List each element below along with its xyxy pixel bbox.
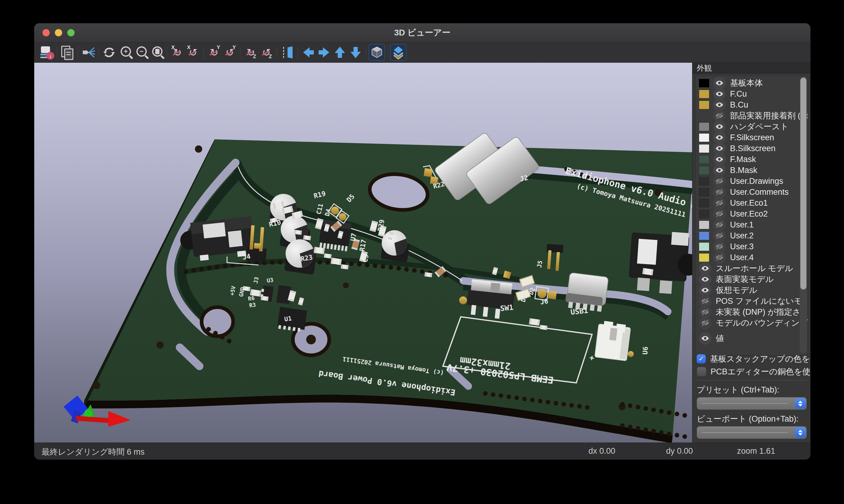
visibility-eye-icon[interactable] [713,251,726,264]
layer-color-swatch[interactable] [699,166,709,175]
layer-color-swatch[interactable] [699,188,709,197]
layer-row[interactable]: User.4 [696,252,798,263]
layer-row[interactable]: User.Comments [696,186,798,197]
render-time: 最終レンダリング時間 6 ms [41,447,144,457]
layer-row[interactable]: User.Eco2 [696,209,798,219]
titlebar[interactable]: 3D ビューアー [34,23,810,42]
use-stackup-colors-row[interactable]: ✓ 基板スタックアップの色を使用 [697,354,811,364]
layer-row[interactable]: F.Silkscreen [696,132,798,143]
pan-left-button[interactable] [300,44,316,60]
layer-color-swatch[interactable] [699,253,709,262]
layer-color-swatch[interactable] [699,155,709,164]
copy-icon [61,46,73,59]
svg-text:U6: U6 [641,346,649,355]
toolbar-separator [57,46,57,59]
use-pcb-copper-colors-checkbox[interactable] [697,367,706,377]
use-pcb-copper-colors-row[interactable]: PCBエディターの銅色を使用 [697,366,811,377]
layer-row[interactable]: 値 [696,333,798,344]
layer-label: 表面実装モデル [716,274,774,285]
checkbox-label: PCBエディターの銅色を使用 [711,366,811,377]
visibility-eye-icon[interactable] [699,332,711,345]
redraw-button[interactable] [101,44,117,60]
layer-label: 部品実装用接着剤 (Adh [730,110,808,121]
zoom-out-button[interactable]: − [133,44,149,60]
rotate-z-cw-button[interactable]: Z↻ [243,44,259,60]
layer-color-swatch[interactable] [699,90,709,98]
divider [697,380,806,380]
zoom-in-button[interactable]: + [117,44,133,60]
toolbar-separator [99,46,99,59]
layer-row[interactable]: User.Drawings [696,176,798,186]
layer-row[interactable]: F.Cu [696,88,798,100]
layer-color-swatch[interactable] [699,79,709,88]
layer-color-swatch[interactable] [699,101,709,109]
scrollbar-thumb[interactable] [800,77,806,290]
zoom-out-icon: − [136,46,147,57]
layer-row[interactable]: POS ファイルにないモ [696,295,798,307]
layer-row[interactable]: 表面実装モデル [696,274,798,285]
appearance-panel-toggle[interactable] [390,44,407,61]
layer-row[interactable]: B.Silkscreen [696,143,798,154]
layer-label: スルーホール モデル [716,263,793,274]
layer-row[interactable]: モデルのバウンディング [696,318,798,328]
svg-text:SW1: SW1 [500,303,514,313]
layer-color-swatch[interactable] [699,122,709,131]
flip-board-button[interactable] [279,44,295,60]
raytracing-button[interactable] [80,44,96,60]
layer-row[interactable]: 未実装 (DNP) が指定さ [696,307,798,318]
raytracing-icon [81,46,95,59]
layer-row[interactable]: User.1 [696,219,798,230]
rotate-x-ccw-button[interactable]: X↺ [185,44,201,60]
layer-color-swatch[interactable] [699,199,709,208]
layer-label: ハンダペースト [730,121,789,132]
pan-up-button[interactable] [332,44,348,60]
layer-color-swatch[interactable] [699,242,709,251]
layer-list[interactable]: 基板本体 [695,75,808,355]
layer-row[interactable]: User.3 [696,241,798,252]
layer-row[interactable]: スルーホール モデル [696,263,798,274]
layer-row[interactable]: B.Mask [696,165,798,176]
zoom-to-fit-button[interactable] [149,44,164,60]
preset-stepper[interactable] [795,398,806,409]
layer-color-swatch[interactable] [699,144,709,153]
layer-color-swatch[interactable] [699,210,709,218]
layer-color-swatch[interactable] [699,177,709,186]
pan-down-icon [349,46,363,59]
use-stackup-colors-checkbox[interactable]: ✓ [697,354,706,363]
pan-right-button[interactable] [316,44,332,60]
rotate-y-ccw-icon: Y↺ [223,46,237,59]
layer-color-swatch[interactable] [699,231,709,240]
visibility-eye-icon[interactable] [699,317,711,329]
layer-row[interactable]: 基板本体 [696,77,798,88]
layer-color-swatch[interactable] [699,220,709,229]
layer-label: B.Silkscreen [730,144,775,153]
layer-row[interactable]: B.Cu [696,100,798,110]
status-zoom: zoom 1.61 [737,447,775,456]
layer-row[interactable]: ハンダペースト [696,121,798,132]
orthographic-toggle[interactable] [369,44,385,61]
layer-row[interactable]: 部品実装用接着剤 (Adh [696,110,798,121]
3d-viewport[interactable]: Exidiophone v6.0 Audio Board(c) Tomoya M… [34,63,692,443]
3d-viewer-window: 3D ビューアー ↓ [34,23,811,460]
layer-color-swatch[interactable] [699,133,709,142]
layer-label: User.Eco2 [730,209,768,219]
layer-row[interactable]: 仮想モデル [696,285,798,295]
layer-label: 未実装 (DNP) が指定さ [716,307,800,318]
reload-board-button[interactable]: ↓ [38,44,54,60]
viewport-dropdown[interactable] [697,426,807,439]
toolbar-separator [298,46,298,59]
rotate-y-ccw-button[interactable]: Y↺ [222,44,238,60]
rotate-x-cw-button[interactable]: X↻ [170,44,185,60]
rotate-z-ccw-button[interactable]: Z↺ [259,44,274,60]
pan-down-button[interactable] [348,44,363,60]
toolbar-separator [240,46,240,59]
copy-image-button[interactable] [59,44,75,60]
preset-dropdown[interactable] [697,397,807,410]
list-scrollbar[interactable] [800,77,807,354]
layer-row[interactable]: User.2 [696,230,798,241]
layer-row[interactable]: User.Eco1 [696,197,798,209]
layer-label: B.Mask [730,166,757,175]
layer-row[interactable]: F.Mask [696,154,798,165]
viewport-stepper[interactable] [795,427,806,438]
rotate-y-cw-button[interactable]: Y↻ [206,44,222,60]
